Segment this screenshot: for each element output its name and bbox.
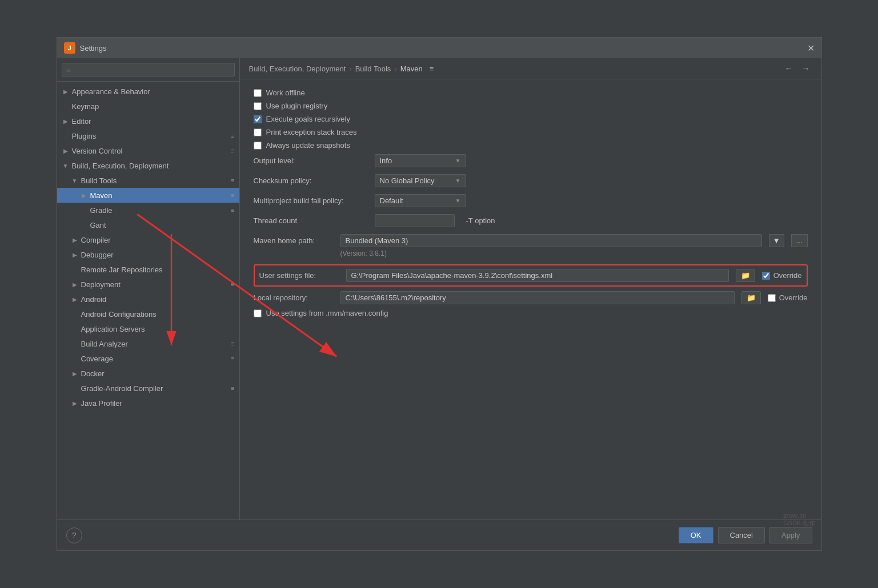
output-level-row: Output level: Info ▼	[254, 154, 808, 167]
output-level-select[interactable]: Info ▼	[375, 154, 466, 167]
local-repo-override-checkbox[interactable]	[768, 294, 776, 302]
search-input[interactable]	[62, 63, 235, 76]
checkbox-use-plugin-registry[interactable]	[254, 102, 262, 110]
use-mvn-settings-checkbox[interactable]	[254, 309, 262, 317]
sidebar-right-icon-deployment: ≡	[231, 281, 234, 288]
thread-count-input[interactable]	[375, 214, 455, 227]
multiproject-policy-row: Multiproject build fail policy: Default …	[254, 194, 808, 207]
user-settings-input[interactable]	[346, 269, 729, 282]
maven-home-dropdown-btn[interactable]: ▼	[769, 234, 784, 247]
maven-home-row: Maven home path: ▼ ...	[254, 234, 808, 247]
expand-icon-gant	[80, 221, 88, 229]
sidebar-label-maven: Maven	[90, 191, 229, 200]
checkbox-row-work-offline: Work offline	[254, 88, 808, 97]
sidebar-item-compiler[interactable]: ▶Compiler	[57, 232, 239, 247]
sidebar-item-editor[interactable]: ▶Editor	[57, 114, 239, 128]
expand-icon-deployment: ▶	[71, 280, 79, 288]
user-settings-override: Override	[762, 271, 802, 280]
checkbox-row-use-plugin-registry: Use plugin registry	[254, 102, 808, 110]
sidebar-item-gant[interactable]: Gant	[57, 218, 239, 232]
apply-button[interactable]: Apply	[769, 527, 812, 543]
thread-count-row: Thread count -T option	[254, 214, 808, 227]
action-buttons: OK Cancel Apply	[679, 527, 812, 543]
expand-icon-gradle	[80, 206, 88, 214]
output-level-arrow: ▼	[455, 158, 461, 164]
sidebar-label-plugins: Plugins	[72, 132, 229, 140]
sidebar-item-build-tools[interactable]: ▼Build Tools≡	[57, 173, 239, 188]
sidebar-tree: ▶Appearance & BehaviorKeymap▶EditorPlugi…	[57, 82, 239, 519]
bottom-bar: ? OK Cancel Apply	[57, 519, 821, 550]
sidebar-item-coverage[interactable]: Coverage≡	[57, 351, 239, 366]
user-settings-override-checkbox[interactable]	[762, 272, 770, 280]
expand-icon-build-execution: ▼	[62, 162, 70, 170]
maven-home-browse-btn[interactable]: ...	[791, 234, 808, 247]
sidebar-item-deployment[interactable]: ▶Deployment≡	[57, 277, 239, 292]
sidebar-right-icon-build-analyzer: ≡	[231, 340, 234, 347]
multiproject-policy-select[interactable]: Default ▼	[375, 194, 466, 207]
sidebar-item-android-configs[interactable]: Android Configurations	[57, 307, 239, 321]
user-settings-container: User settings file: 📁 Override	[254, 264, 808, 287]
local-repo-input[interactable]	[340, 291, 735, 304]
checkbox-print-exception[interactable]	[254, 128, 262, 136]
sidebar-item-gradle[interactable]: Gradle≡	[57, 203, 239, 218]
sidebar-item-debugger[interactable]: ▶Debugger	[57, 247, 239, 262]
breadcrumb-sep1: ›	[349, 65, 351, 73]
user-settings-browse-btn[interactable]: 📁	[736, 269, 755, 282]
local-repo-override-label: Override	[779, 293, 808, 302]
checkbox-execute-goals[interactable]	[254, 115, 262, 123]
sidebar-right-icon-gradle: ≡	[231, 207, 234, 214]
sidebar-item-plugins[interactable]: Plugins≡	[57, 128, 239, 143]
use-mvn-settings-label: Use settings from .mvn/maven.config	[266, 309, 388, 317]
multiproject-policy-value: Default	[380, 196, 403, 205]
sidebar-item-build-execution[interactable]: ▼Build, Execution, Deployment	[57, 158, 239, 173]
window-title: Settings	[80, 44, 107, 53]
sidebar-item-android[interactable]: ▶Android	[57, 292, 239, 307]
maven-home-label: Maven home path:	[254, 236, 334, 245]
sidebar-label-gradle-android: Gradle-Android Compiler	[81, 384, 229, 393]
app-icon: J	[64, 42, 75, 54]
help-button[interactable]: ?	[66, 527, 82, 543]
sidebar-item-maven[interactable]: ▶Maven≡	[57, 188, 239, 203]
sidebar-item-version-control[interactable]: ▶Version Control≡	[57, 143, 239, 158]
sidebar-item-app-servers[interactable]: Application Servers	[57, 321, 239, 336]
checkbox-work-offline[interactable]	[254, 89, 262, 97]
sidebar-item-appearance[interactable]: ▶Appearance & Behavior	[57, 84, 239, 99]
close-button[interactable]: ✕	[807, 43, 815, 54]
multiproject-policy-arrow: ▼	[455, 198, 461, 204]
breadcrumb-sep2: ›	[394, 65, 396, 73]
checkbox-label-always-update: Always update snapshots	[266, 141, 350, 150]
sidebar-right-icon-gradle-android: ≡	[231, 385, 234, 392]
sidebar-label-gradle: Gradle	[90, 206, 229, 215]
breadcrumb-part1: Build, Execution, Deployment	[249, 65, 346, 73]
sidebar-right-icon-build-tools: ≡	[231, 177, 234, 184]
breadcrumb-icon: ≡	[430, 65, 434, 73]
checkbox-row-print-exception: Print exception stack traces	[254, 128, 808, 136]
cancel-button[interactable]: Cancel	[718, 527, 765, 543]
sidebar-item-gradle-android[interactable]: Gradle-Android Compiler≡	[57, 381, 239, 396]
checksum-policy-arrow: ▼	[455, 178, 461, 184]
t-option-label: -T option	[466, 216, 495, 225]
sidebar-item-remote-jar[interactable]: Remote Jar Repositories	[57, 262, 239, 277]
checkbox-row-always-update: Always update snapshots	[254, 141, 808, 150]
sidebar-right-icon-maven: ≡	[231, 192, 234, 199]
sidebar-item-java-profiler[interactable]: ▶Java Profiler	[57, 396, 239, 410]
checksum-policy-select[interactable]: No Global Policy ▼	[375, 174, 466, 187]
local-repo-browse-btn[interactable]: 📁	[741, 291, 761, 304]
sidebar-item-build-analyzer[interactable]: Build Analyzer≡	[57, 336, 239, 351]
checkbox-label-use-plugin-registry: Use plugin registry	[266, 102, 328, 110]
sidebar-item-docker[interactable]: ▶Docker	[57, 366, 239, 381]
expand-icon-gradle-android	[71, 384, 79, 392]
checkbox-always-update[interactable]	[254, 142, 262, 150]
expand-icon-maven: ▶	[80, 191, 88, 199]
nav-forward-button[interactable]: →	[800, 63, 812, 74]
sidebar-label-java-profiler: Java Profiler	[81, 399, 235, 408]
maven-home-input[interactable]	[340, 234, 762, 247]
sidebar-label-gant: Gant	[90, 221, 235, 229]
checksum-policy-label: Checksum policy:	[254, 176, 368, 185]
local-repo-row: Local repository: 📁 Override	[254, 291, 808, 304]
ok-button[interactable]: OK	[679, 527, 713, 543]
sidebar-item-keymap[interactable]: Keymap	[57, 99, 239, 114]
nav-back-button[interactable]: ←	[783, 63, 795, 74]
expand-icon-coverage	[71, 355, 79, 363]
breadcrumb-current: Maven	[400, 65, 423, 73]
